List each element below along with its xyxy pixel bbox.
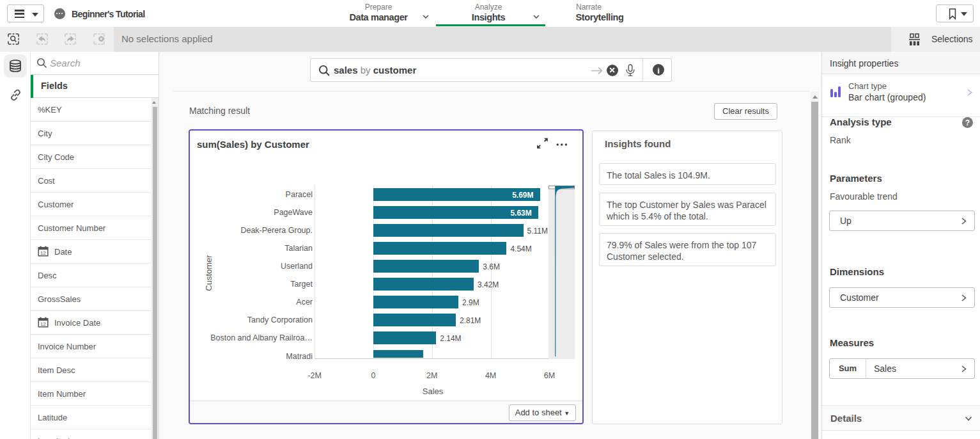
svg-text:12: 12 <box>40 250 46 256</box>
svg-text:12: 12 <box>40 321 46 327</box>
